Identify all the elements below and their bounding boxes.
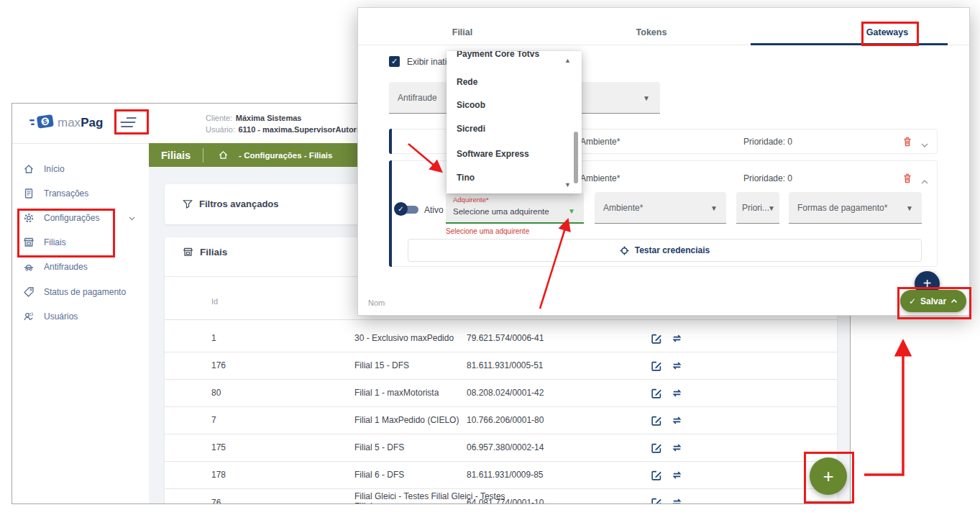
- adquirente-options-menu: Payment Core Totvs Rede Sicoob Sicredi S…: [447, 51, 582, 193]
- ambiente-select[interactable]: Ambiente* ▼: [595, 192, 726, 224]
- table-row[interactable]: 1 30 - Exclusivo maxPedido 79.621.574/00…: [165, 324, 837, 352]
- prioridade-select[interactable]: Priori... ▼: [736, 192, 779, 224]
- chevron-up-icon[interactable]: [920, 176, 929, 188]
- sidebar-item-status-pagamento[interactable]: Status de pagamento: [12, 280, 149, 304]
- gear-icon: [23, 212, 35, 224]
- store-icon: [183, 247, 193, 258]
- edit-icon[interactable]: [651, 379, 663, 406]
- column-header-name: Nome: [368, 298, 385, 307]
- page: $ maxPag Cliente: Máxima Sistemas Usuári…: [0, 0, 980, 515]
- cell-id: 7: [211, 406, 216, 434]
- table-row[interactable]: 178 Filial 6 - DFS 81.611.931/0009-85: [165, 461, 837, 489]
- sync-icon[interactable]: [671, 352, 683, 379]
- tab-gateways[interactable]: Gateways: [826, 27, 948, 37]
- sync-icon[interactable]: [671, 461, 683, 488]
- sidebar-item-usuarios[interactable]: Usuários: [12, 304, 149, 329]
- edit-icon[interactable]: [651, 488, 663, 504]
- breadcrumb-divider: [203, 148, 203, 163]
- adquirente-value: Selecione uma adquirente: [453, 207, 549, 216]
- sidebar-item-filiais[interactable]: Filiais: [12, 230, 149, 255]
- edit-icon[interactable]: [651, 461, 663, 488]
- add-branch-fab[interactable]: +: [810, 457, 847, 495]
- testar-credenciais-button[interactable]: Testar credenciais: [408, 239, 922, 262]
- prioridade-label: Priori...: [742, 203, 769, 213]
- cell-cnpj: 79.621.574/0006-41: [467, 324, 544, 352]
- cell-name: Filial 5 - DFS: [354, 434, 404, 461]
- menu-option[interactable]: Rede: [457, 76, 477, 88]
- menu-option[interactable]: Sicoob: [457, 99, 485, 111]
- sidebar-item-transacoes[interactable]: Transações: [12, 181, 149, 206]
- sync-icon[interactable]: [671, 488, 683, 504]
- sync-icon[interactable]: [671, 434, 683, 461]
- incognito-icon: [23, 261, 35, 273]
- table-row[interactable]: 80 Filial 1 - maxMotorista 08.208.024/00…: [165, 379, 837, 407]
- scroll-up-icon[interactable]: ▲: [564, 57, 571, 64]
- edit-icon[interactable]: [651, 352, 663, 379]
- sidebar-item-label: Status de pagamento: [44, 287, 126, 297]
- sidebar-item-label: Configurações: [44, 213, 99, 223]
- sidebar-item-configuracoes[interactable]: Configurações: [12, 206, 149, 230]
- brand-name-suffix: Pag: [81, 116, 103, 129]
- chevron-down-icon: ▼: [768, 204, 775, 211]
- home-icon[interactable]: [218, 150, 229, 160]
- delete-icon[interactable]: [902, 136, 913, 150]
- delete-icon[interactable]: [902, 173, 913, 187]
- filter-icon: [183, 199, 193, 209]
- table-row[interactable]: 176 Filial 15 - DFS 81.611.931/0005-51: [165, 352, 837, 380]
- table-row[interactable]: 76 Filial Gleici - Testes Filial Gleici …: [165, 488, 837, 504]
- cell-name: Filial 1 MaxPedido (CIELO): [354, 406, 459, 434]
- table-row[interactable]: 7 Filial 1 MaxPedido (CIELO) 10.766.206/…: [165, 406, 837, 434]
- sync-icon[interactable]: [671, 406, 683, 434]
- home-icon: [23, 163, 35, 175]
- show-inactive-checkbox[interactable]: ✓: [389, 56, 400, 67]
- adquirente-label: Adquirente*: [453, 196, 489, 204]
- sidebar-item-antifraudes[interactable]: Antifraudes: [12, 255, 149, 279]
- edit-icon[interactable]: [651, 324, 663, 352]
- page-title: Filiais: [161, 150, 191, 161]
- cell-name: Filial 1 - maxMotorista: [354, 379, 439, 406]
- edit-icon[interactable]: [651, 434, 663, 461]
- menu-toggle-icon[interactable]: [119, 117, 137, 130]
- chevron-down-icon: [128, 214, 136, 222]
- adquirente-error: Selecione uma adquirente: [446, 227, 529, 235]
- receipt-icon: [23, 188, 35, 199]
- antifraude-label: Antifraude: [398, 93, 437, 103]
- cell-cnpj: 10.766.206/0001-80: [467, 406, 544, 434]
- brand-logo-icon: $: [29, 113, 55, 136]
- sidebar-item-inicio[interactable]: Início: [12, 157, 149, 181]
- branch-modal: Filial Tokens Gateways ✓ Exibir inativos…: [357, 7, 970, 316]
- cell-name: Filial 15 - DFS: [354, 352, 409, 379]
- sidebar-item-label: Início: [44, 164, 65, 174]
- tab-tokens[interactable]: Tokens: [590, 27, 713, 37]
- chevron-down-icon[interactable]: [920, 139, 929, 152]
- annotation-arrow-fab-to-save: [864, 344, 903, 475]
- ativo-toggle-thumb[interactable]: ✓: [394, 202, 408, 216]
- user-info: Usuário: 6110 - maxima.SupervisorAutoriz: [206, 122, 362, 135]
- scroll-down-icon[interactable]: ▼: [564, 181, 571, 188]
- row-accent-bar: [389, 160, 392, 267]
- chevron-down-icon: ▼: [906, 204, 913, 211]
- cell-id: 1: [211, 324, 216, 352]
- row-accent-bar: [389, 129, 392, 154]
- menu-option[interactable]: Sicredi: [457, 123, 485, 135]
- adquirente-select[interactable]: Adquirente* Selecione uma adquirente ▼: [446, 192, 584, 224]
- sync-icon[interactable]: [671, 324, 683, 352]
- chevron-down-icon: ▼: [643, 94, 650, 101]
- save-button-label: Salvar: [920, 296, 946, 306]
- user-value: 6110 - maxima.SupervisorAutoriz: [238, 125, 362, 134]
- scrollbar-thumb[interactable]: [574, 132, 578, 183]
- table-row[interactable]: 175 Filial 5 - DFS 06.957.380/0002-14: [165, 434, 837, 462]
- sync-icon[interactable]: [671, 379, 683, 406]
- menu-option[interactable]: Tino: [457, 172, 475, 183]
- edit-icon[interactable]: [651, 406, 663, 434]
- cell-cnpj: 08.208.024/0001-42: [467, 379, 544, 406]
- check-icon: ✓: [909, 296, 916, 306]
- gateway-ambiente-summary: Ambiente*: [580, 137, 620, 147]
- formas-pagamento-select[interactable]: Formas de pagamento* ▼: [789, 192, 922, 224]
- menu-option[interactable]: Payment Core Totvs: [457, 51, 539, 60]
- tab-filial[interactable]: Filial: [401, 27, 523, 37]
- ambiente-label: Ambiente*: [603, 203, 643, 213]
- save-button[interactable]: ✓ Salvar: [900, 290, 966, 312]
- menu-option[interactable]: Software Express: [457, 148, 529, 160]
- cell-id: 175: [211, 434, 226, 461]
